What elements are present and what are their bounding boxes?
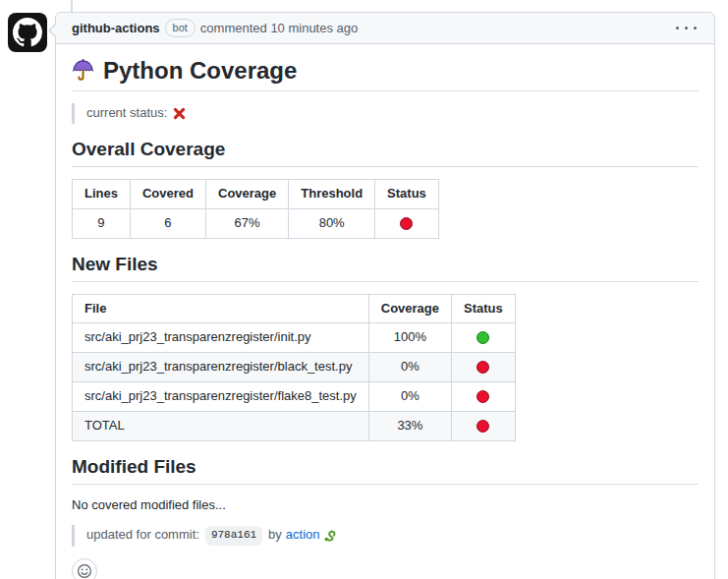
file-cell: src/aki_prj23_transparenzregister/flake8… xyxy=(73,382,369,412)
status-cell xyxy=(452,323,516,353)
section-heading-new-files: New Files xyxy=(72,253,699,282)
kebab-menu-button[interactable] xyxy=(674,23,699,33)
status-cell xyxy=(452,353,516,382)
coverage-cell: 0% xyxy=(368,382,451,412)
new-files-table: File Coverage Status src/aki_prj23_trans… xyxy=(72,294,516,441)
table-header-row: Lines Covered Coverage Threshold Status xyxy=(73,179,439,208)
status-blockquote: current status: xyxy=(72,103,699,124)
column-header: Covered xyxy=(130,179,205,208)
coverage-cell: 100% xyxy=(368,323,451,353)
status-cell xyxy=(452,382,516,412)
bot-badge: bot xyxy=(165,19,196,37)
commit-line-connector: by xyxy=(268,526,282,545)
threshold-cell: 80% xyxy=(289,208,375,238)
column-header: Coverage xyxy=(206,179,289,208)
kebab-icon xyxy=(676,27,697,29)
file-cell: src/aki_prj23_transparenzregister/init.p… xyxy=(73,323,369,353)
status-dot xyxy=(400,217,413,230)
status-label: current status: xyxy=(86,104,167,123)
coverage-cell: 67% xyxy=(206,208,289,238)
file-cell: TOTAL xyxy=(73,411,369,440)
table-row: 9 6 67% 80% xyxy=(73,208,439,238)
column-header: Threshold xyxy=(289,179,375,208)
smiley-icon xyxy=(77,563,92,579)
status-dot xyxy=(476,361,489,374)
section-heading-overall: Overall Coverage xyxy=(72,138,699,167)
table-header-row: File Coverage Status xyxy=(73,294,516,323)
coverage-cell: 33% xyxy=(368,411,451,440)
status-cell xyxy=(452,411,516,440)
comment-caret xyxy=(48,23,56,38)
column-header: Status xyxy=(375,179,439,208)
table-row: src/aki_prj23_transparenzregister/init.p… xyxy=(73,323,516,353)
section-heading-modified-files: Modified Files xyxy=(72,455,699,485)
umbrella-icon xyxy=(72,59,94,82)
no-modified-files-text: No covered modified files... xyxy=(72,496,699,515)
status-dot xyxy=(476,390,489,403)
commit-line-prefix: updated for commit: xyxy=(86,526,199,545)
avatar[interactable] xyxy=(8,13,47,52)
overall-coverage-table: Lines Covered Coverage Threshold Status … xyxy=(72,179,439,239)
status-dot xyxy=(476,331,489,344)
column-header: Lines xyxy=(73,179,131,208)
status-dot xyxy=(476,420,489,433)
covered-cell: 6 xyxy=(130,208,205,238)
lines-cell: 9 xyxy=(73,208,131,238)
commit-blockquote: updated for commit: 978a161 by action xyxy=(72,525,699,547)
table-row: src/aki_prj23_transparenzregister/flake8… xyxy=(73,382,516,412)
coverage-cell: 0% xyxy=(368,353,451,382)
comment-card: github-actions bot commented 10 minutes … xyxy=(55,12,715,579)
column-header: Coverage xyxy=(368,294,451,323)
cross-mark-icon xyxy=(173,107,186,120)
comment-body: Python Coverage current status: Overall … xyxy=(56,44,714,579)
report-title: Python Coverage xyxy=(72,56,699,91)
comment-timestamp[interactable]: commented 10 minutes ago xyxy=(200,21,358,35)
comment-header: github-actions bot commented 10 minutes … xyxy=(56,13,714,44)
report-title-text: Python Coverage xyxy=(103,56,297,85)
table-row: TOTAL 33% xyxy=(73,411,516,440)
author-name[interactable]: github-actions xyxy=(72,21,160,35)
reaction-button[interactable] xyxy=(72,558,97,579)
action-link[interactable]: action xyxy=(286,526,320,545)
snake-icon xyxy=(322,528,337,543)
column-header: Status xyxy=(452,294,516,323)
commit-sha-badge: 978a161 xyxy=(205,526,262,546)
table-row: src/aki_prj23_transparenzregister/black_… xyxy=(73,353,516,382)
github-logo-icon xyxy=(13,18,42,47)
column-header: File xyxy=(73,294,369,323)
file-cell: src/aki_prj23_transparenzregister/black_… xyxy=(73,353,369,382)
status-cell xyxy=(375,208,439,238)
